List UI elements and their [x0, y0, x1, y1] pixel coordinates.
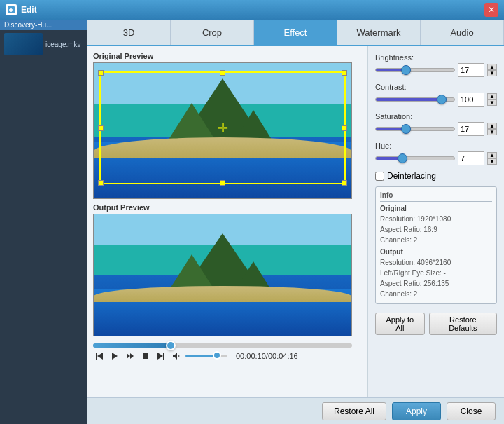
contrast-setting: Contrast: 100 ▲ ▼	[375, 83, 497, 107]
hue-slider[interactable]	[375, 156, 455, 160]
info-original-label: Original	[380, 205, 492, 212]
volume-slider[interactable]	[186, 355, 227, 357]
contrast-slider[interactable]	[375, 97, 455, 102]
contrast-slider-row: 100 ▲ ▼	[375, 93, 497, 107]
svg-rect-8	[163, 353, 164, 360]
source-label: Discovery-Hu...	[0, 20, 88, 30]
output-preview-container	[93, 214, 352, 336]
titlebar-left: Edit	[6, 4, 37, 15]
saturation-label: Saturation:	[375, 112, 497, 121]
main-container: Discovery-Hu... iceage.mkv 3D Crop Effec…	[0, 20, 504, 424]
contrast-down[interactable]: ▼	[487, 100, 497, 106]
svg-marker-9	[173, 353, 177, 360]
contrast-thumb[interactable]	[437, 95, 447, 104]
original-preview-section: Original Preview	[93, 52, 362, 199]
brightness-up[interactable]: ▲	[487, 64, 497, 70]
deinterlacing-label[interactable]: Deinterlacing	[387, 171, 436, 181]
saturation-thumb[interactable]	[401, 124, 411, 134]
hue-slider-row: 7 ▲ ▼	[375, 151, 497, 165]
saturation-setting: Saturation: 17 ▲ ▼	[375, 112, 497, 136]
titlebar: Edit ✕	[0, 0, 504, 20]
time-display: 00:00:10/00:04:16	[236, 352, 298, 360]
svg-marker-3	[112, 353, 118, 360]
volume-thumb[interactable]	[213, 351, 221, 360]
saturation-slider-row: 17 ▲ ▼	[375, 122, 497, 136]
deinterlacing-checkbox[interactable]	[375, 172, 384, 181]
info-section: Info Original Resolution: 1920*1080 Aspe…	[375, 186, 497, 304]
hue-fill	[376, 157, 400, 160]
progress-fill	[93, 343, 171, 348]
output-sand	[94, 286, 351, 301]
brightness-spin: ▲ ▼	[487, 64, 497, 76]
original-preview-container: ✛	[93, 62, 352, 199]
deinterlacing-row: Deinterlacing	[375, 171, 497, 181]
saturation-value-box: 17	[458, 122, 484, 136]
skip-start-button[interactable]	[93, 350, 106, 362]
restore-all-button[interactable]: Restore All	[322, 402, 386, 420]
saturation-down[interactable]: ▼	[487, 129, 497, 135]
hue-down[interactable]: ▼	[487, 158, 497, 165]
output-preview-section: Output Preview	[93, 203, 362, 336]
skip-end-button[interactable]	[155, 350, 167, 362]
brightness-value-box: 17	[458, 63, 484, 77]
apply-button[interactable]: Apply	[392, 402, 441, 420]
tab-effect[interactable]: Effect	[254, 20, 337, 45]
contrast-up[interactable]: ▲	[487, 93, 497, 100]
svg-marker-2	[97, 353, 103, 360]
settings-panel: Brightness: 17 ▲ ▼	[368, 46, 504, 397]
play-button[interactable]	[108, 350, 121, 362]
brightness-down[interactable]: ▼	[487, 70, 497, 76]
info-output-resolution: Resolution: 4096*2160	[380, 257, 492, 268]
hue-thumb[interactable]	[398, 153, 407, 163]
tab-crop[interactable]: Crop	[171, 20, 254, 45]
info-title: Info	[380, 191, 492, 202]
tab-audio[interactable]: Audio	[421, 20, 504, 45]
file-thumbnail	[4, 33, 43, 55]
tab-watermark[interactable]: Watermark	[337, 20, 421, 45]
info-output-channels: Channels: 2	[380, 289, 492, 299]
close-button[interactable]: Close	[447, 402, 496, 420]
saturation-spin: ▲ ▼	[487, 123, 497, 135]
hue-up[interactable]: ▲	[487, 152, 497, 158]
file-item[interactable]: iceage.mkv	[0, 30, 88, 58]
controls-row: 00:00:10/00:04:16	[93, 350, 362, 362]
svg-rect-1	[96, 353, 97, 360]
svg-marker-4	[127, 353, 130, 359]
info-output-eye-size: Left/Right Eye Size: -	[380, 268, 492, 278]
saturation-up[interactable]: ▲	[487, 123, 497, 129]
apply-to-all-button[interactable]: Apply to All	[375, 313, 425, 335]
brightness-thumb[interactable]	[401, 65, 411, 75]
stop-button[interactable]	[139, 350, 152, 362]
filename-label: iceage.mkv	[46, 41, 81, 48]
info-output-label: Output	[380, 248, 492, 256]
tab-3d[interactable]: 3D	[88, 20, 171, 45]
close-window-button[interactable]: ✕	[484, 3, 498, 17]
hue-spin: ▲ ▼	[487, 152, 497, 165]
info-original-channels: Channels: 2	[380, 235, 492, 245]
tabs-bar: 3D Crop Effect Watermark Audio	[88, 20, 504, 46]
hue-label: Hue:	[375, 142, 497, 150]
saturation-fill	[376, 128, 402, 130]
progress-thumb[interactable]	[166, 341, 176, 350]
brightness-fill	[376, 69, 402, 71]
app-icon	[6, 4, 17, 15]
svg-marker-7	[158, 353, 163, 360]
fast-forward-button[interactable]	[124, 350, 136, 362]
brightness-slider[interactable]	[375, 68, 455, 72]
info-original-resolution: Resolution: 1920*1080	[380, 214, 492, 224]
content-area: Original Preview	[88, 46, 504, 397]
brightness-slider-row: 17 ▲ ▼	[375, 63, 497, 77]
brightness-setting: Brightness: 17 ▲ ▼	[375, 53, 497, 77]
volume-button[interactable]	[170, 350, 183, 362]
player-controls: 00:00:10/00:04:16	[93, 341, 362, 365]
progress-bar[interactable]	[93, 343, 352, 348]
scene-mountain-left	[167, 103, 216, 142]
contrast-fill	[376, 98, 439, 101]
info-original-aspect: Aspect Ratio: 16:9	[380, 224, 492, 235]
svg-marker-5	[130, 353, 134, 359]
saturation-slider[interactable]	[375, 127, 455, 131]
titlebar-title: Edit	[21, 5, 37, 15]
svg-rect-6	[143, 353, 148, 359]
hue-setting: Hue: 7 ▲ ▼	[375, 142, 497, 165]
restore-defaults-button[interactable]: Restore Defaults	[429, 313, 497, 335]
